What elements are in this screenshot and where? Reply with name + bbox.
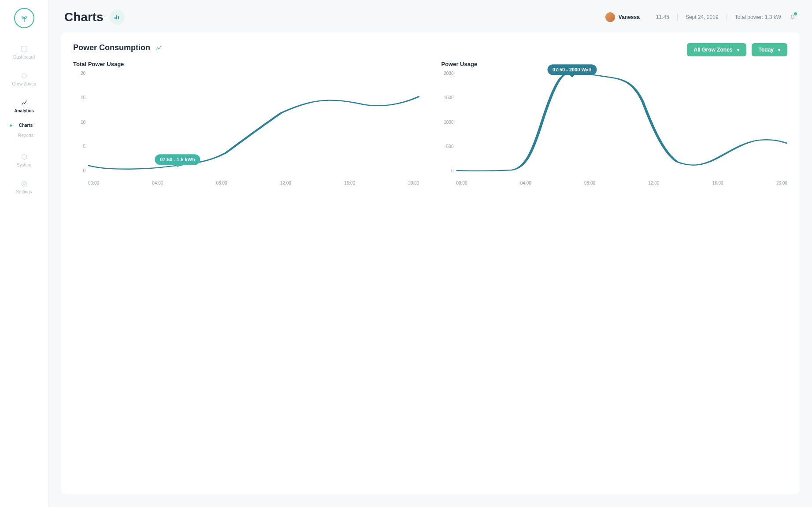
zones-icon [20,72,28,80]
filter-zone-dropdown[interactable]: All Grow Zones ▾ [687,43,746,56]
line-plot-svg [456,71,788,173]
y-tick: 500 [441,144,454,149]
y-tick: 20 [73,71,85,76]
sidebar-item-label: System [17,163,31,167]
divider [677,14,678,21]
sidebar-item-system[interactable]: System [0,147,48,174]
panel-title: Power Consumption [73,43,163,52]
x-tick: 20:00 [408,181,419,185]
topbar: Charts Vanessa 11:45 Sept 24, 2019 Total… [48,0,812,30]
page-title: Charts [64,10,125,25]
x-tick: 00:00 [88,181,99,185]
sidebar-sub-label: Charts [19,123,33,128]
y-tick: 5 [73,144,85,149]
notification-dot [794,12,797,15]
svg-point-3 [22,181,27,186]
y-tick: 10 [73,120,85,125]
logo [14,8,34,28]
y-tick: 2000 [441,71,454,76]
svg-point-2 [23,183,25,185]
sidebar-sub-label: Reports [18,133,33,138]
sidebar-subnav: Charts Reports [0,120,48,141]
chart-title: Total Power Usage [73,61,419,67]
x-tick: 04:00 [520,181,531,185]
chart-tooltip: 07:50 - 2000 Watt [547,64,597,75]
y-tick: 1500 [441,95,454,100]
sidebar-item-grow-zones[interactable]: Grow Zones [0,66,48,93]
y-axis: 20 15 10 5 0 [73,71,85,173]
gear-icon [20,180,28,188]
chart-area: 20 15 10 5 0 07:50 - 1.5 kWh 00:00 [73,71,419,185]
sidebar-item-label: Grow Zones [12,81,36,86]
chart-area: 2000 1500 1000 500 0 07:50 - 2000 Watt 0… [441,71,788,185]
panel-header: Power Consumption All Grow Zones ▾ Today… [73,43,787,56]
main: Charts Vanessa 11:45 Sept 24, 2019 Total… [48,0,812,507]
sidebar: Dashboard Grow Zones Analytics Charts Re… [0,0,48,507]
page-title-text: Charts [64,10,104,24]
y-tick: 0 [73,168,85,173]
panel-power-consumption: Power Consumption All Grow Zones ▾ Today… [61,33,800,495]
x-tick: 20:00 [776,181,787,185]
filter-group: All Grow Zones ▾ Today ▾ [687,43,787,56]
chart-tooltip: 07:50 - 1.5 kWh [155,154,200,165]
x-tick: 16:00 [712,181,723,185]
x-axis: 00:00 04:00 08:00 12:00 16:00 20:00 [456,181,788,185]
user-name: Vanessa [619,14,640,20]
chart-total-power-usage: Total Power Usage 20 15 10 5 0 07:50 - 1… [73,61,419,185]
clock-time: 11:45 [656,14,669,20]
line-plot-svg [88,71,419,173]
user-chip[interactable]: Vanessa [605,12,640,22]
y-tick: 1000 [441,120,454,125]
filter-range-label: Today [759,47,774,53]
plot: 07:50 - 1.5 kWh [88,71,419,173]
chevron-down-icon: ▾ [778,48,780,52]
chevron-down-icon: ▾ [737,48,739,52]
plot: 07:50 - 2000 Watt [456,71,788,173]
sidebar-item-label: Analytics [14,108,33,113]
chart-power-usage: Power Usage 2000 1500 1000 500 0 07:50 -… [441,61,788,185]
x-tick: 16:00 [344,181,355,185]
sidebar-sub-charts[interactable]: Charts [4,120,48,130]
x-axis: 00:00 04:00 08:00 12:00 16:00 20:00 [88,181,419,185]
topbar-right: Vanessa 11:45 Sept 24, 2019 Total power:… [605,12,796,22]
system-icon [20,153,28,161]
panel-title-text: Power Consumption [73,43,150,52]
sidebar-item-settings[interactable]: Settings [0,174,48,200]
divider [727,14,727,21]
line-chart-icon [155,44,163,52]
dashboard-icon [20,45,28,53]
analytics-icon [20,99,28,107]
charts-row: Total Power Usage 20 15 10 5 0 07:50 - 1… [73,61,787,185]
y-tick: 0 [441,168,454,173]
divider [648,14,648,21]
total-power: Total power: 1.3 kW [735,14,781,20]
x-tick: 08:00 [584,181,595,185]
sidebar-item-label: Dashboard [13,55,35,59]
current-date: Sept 24, 2019 [686,14,719,20]
x-tick: 12:00 [280,181,291,185]
y-axis: 2000 1500 1000 500 0 [441,71,454,173]
sidebar-item-analytics[interactable]: Analytics [0,93,48,119]
notifications-button[interactable] [789,13,796,22]
svg-rect-0 [22,46,27,52]
svg-point-1 [22,74,26,78]
chart-title: Power Usage [441,61,788,67]
chart-bars-icon [110,10,125,25]
filter-zone-label: All Grow Zones [694,47,733,53]
filter-range-dropdown[interactable]: Today ▾ [752,43,787,56]
sidebar-item-label: Settings [16,189,32,194]
x-tick: 00:00 [456,181,467,185]
x-tick: 04:00 [152,181,163,185]
sprout-icon [19,13,30,23]
x-tick: 08:00 [216,181,227,185]
sidebar-sub-reports[interactable]: Reports [4,130,48,141]
sidebar-item-dashboard[interactable]: Dashboard [0,39,48,66]
y-tick: 15 [73,95,85,100]
x-tick: 12:00 [648,181,659,185]
avatar [605,12,615,22]
